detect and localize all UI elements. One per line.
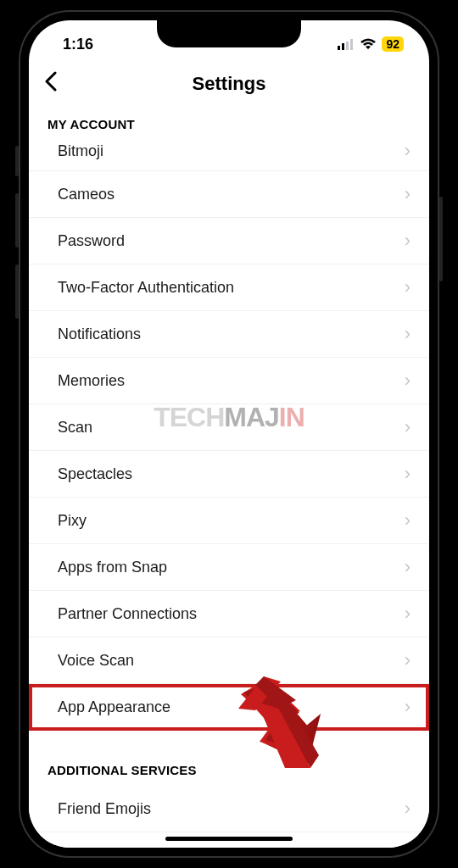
chevron-right-icon: ›	[405, 844, 411, 848]
page-title: Settings	[44, 73, 414, 95]
list-item-cameos[interactable]: Cameos ›	[29, 171, 429, 218]
chevron-right-icon: ›	[405, 798, 411, 820]
list-item-label: Scan	[58, 419, 92, 437]
list-item-voice-scan[interactable]: Voice Scan ›	[29, 637, 429, 684]
side-buttons-left	[15, 146, 19, 336]
list-item-label: Pixy	[58, 512, 87, 530]
list-item-partner-connections[interactable]: Partner Connections ›	[29, 591, 429, 637]
chevron-right-icon: ›	[405, 276, 411, 298]
status-time: 1:16	[63, 36, 93, 53]
list-item-label: Friend Emojis	[58, 800, 151, 818]
svg-rect-1	[342, 43, 344, 50]
list-item-label: Cameos	[58, 186, 114, 203]
chevron-right-icon: ›	[405, 230, 411, 252]
section-header-my-account: MY ACCOUNT	[29, 110, 429, 140]
list-item-label: Apps from Snap	[58, 559, 167, 576]
page-header: Settings	[29, 61, 429, 110]
chevron-right-icon: ›	[405, 140, 411, 162]
phone-screen: 1:16 92 Settings MY ACCOUNT	[29, 20, 429, 848]
list-item-pixy[interactable]: Pixy ›	[29, 498, 429, 544]
my-account-list: Bitmoji › Cameos › Password › Two-Factor…	[29, 140, 429, 731]
section-gap	[29, 731, 429, 756]
section-header-additional-services: ADDITIONAL SERVICES	[29, 756, 429, 786]
svg-rect-3	[350, 39, 353, 50]
home-indicator[interactable]	[165, 837, 293, 841]
chevron-right-icon: ›	[405, 370, 411, 392]
side-button-right	[439, 197, 443, 281]
list-item-memories[interactable]: Memories ›	[29, 358, 429, 404]
list-item-two-factor[interactable]: Two-Factor Authentication ›	[29, 264, 429, 311]
list-item-app-appearance[interactable]: App Appearance ›	[29, 684, 429, 731]
list-item-label: Bitmoji	[58, 142, 103, 160]
chevron-right-icon: ›	[405, 323, 411, 345]
back-button[interactable]	[44, 70, 58, 97]
battery-indicator: 92	[382, 36, 404, 52]
phone-frame: 1:16 92 Settings MY ACCOUNT	[19, 10, 439, 858]
list-item-bitmoji[interactable]: Bitmoji ›	[29, 140, 429, 171]
list-item-label: Password	[58, 232, 125, 250]
list-item-label: Partner Connections	[58, 605, 197, 623]
list-item-label: Memories	[58, 372, 125, 390]
list-item-scan[interactable]: Scan ›	[29, 404, 429, 451]
chevron-right-icon: ›	[405, 509, 411, 531]
svg-rect-0	[338, 46, 340, 50]
phone-notch	[157, 20, 301, 47]
list-item-spectacles[interactable]: Spectacles ›	[29, 451, 429, 498]
chevron-right-icon: ›	[405, 603, 411, 625]
svg-rect-2	[346, 42, 349, 50]
list-item-label: Spectacles	[58, 465, 132, 483]
chevron-right-icon: ›	[405, 649, 411, 671]
chevron-right-icon: ›	[405, 416, 411, 438]
list-item-notifications[interactable]: Notifications ›	[29, 311, 429, 358]
status-indicators: 92	[338, 36, 404, 52]
chevron-right-icon: ›	[405, 463, 411, 485]
list-item-label: Emoji Skin Tone	[58, 847, 167, 849]
chevron-right-icon: ›	[405, 556, 411, 578]
list-item-friend-emojis[interactable]: Friend Emojis ›	[29, 786, 429, 832]
list-item-password[interactable]: Password ›	[29, 218, 429, 264]
list-item-label: Two-Factor Authentication	[58, 279, 234, 297]
list-item-label: App Appearance	[58, 698, 170, 716]
list-item-label: Voice Scan	[58, 652, 134, 670]
list-item-apps-from-snap[interactable]: Apps from Snap ›	[29, 544, 429, 591]
list-item-label: Notifications	[58, 326, 141, 343]
signal-icon	[338, 39, 355, 50]
wifi-icon	[360, 38, 377, 50]
chevron-right-icon: ›	[405, 696, 411, 718]
chevron-right-icon: ›	[405, 183, 411, 205]
